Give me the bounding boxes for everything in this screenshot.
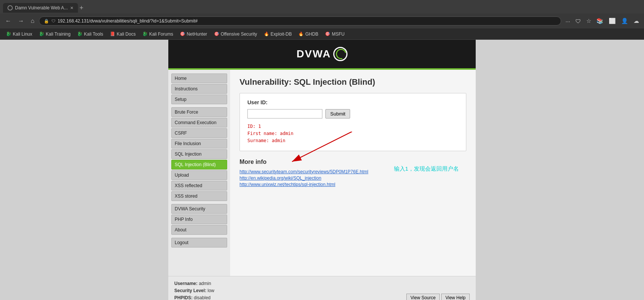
library-button[interactable]: 📚	[595, 16, 605, 26]
back-button[interactable]: ←	[3, 17, 13, 25]
exploit-db-icon: 🔥	[264, 32, 269, 36]
kali-forums-icon: 🐉	[142, 32, 148, 36]
submit-button[interactable]: Submit	[325, 109, 350, 118]
bookmark-kali-tools[interactable]: 🐉Kali Tools	[74, 31, 106, 38]
sidebar-item-logout[interactable]: Logout	[171, 238, 227, 248]
sidebar-item-xss-stored[interactable]: XSS stored	[171, 191, 227, 201]
home-button[interactable]: ⌂	[28, 17, 37, 25]
new-tab-button[interactable]: +	[79, 4, 84, 12]
sidebar-item-about[interactable]: About	[171, 225, 227, 235]
phpids-value: disabled	[194, 295, 211, 300]
tab-close-button[interactable]: ✕	[70, 6, 73, 10]
sidebar-group-settings: DVWA Security PHP Info About	[171, 204, 227, 235]
shield-icon: 🛡	[51, 19, 55, 23]
tab-view-button[interactable]: ⬜	[607, 16, 618, 26]
footer-security-level: Security Level: low	[174, 287, 214, 294]
bookmark-exploit-db[interactable]: 🔥Exploit-DB	[261, 31, 295, 38]
bookmark-kali-training[interactable]: 🐉Kali Training	[36, 31, 73, 38]
nav-right-buttons: ··· 🛡 ☆ 📚 ⬜ 👤 ☁	[563, 16, 641, 26]
sidebar-item-home[interactable]: Home	[171, 74, 227, 83]
more-info-title: More info	[240, 159, 466, 165]
dvwa-logo: DVWA	[297, 47, 347, 61]
bookmark-kali-linux[interactable]: 🐉Kali Linux	[3, 31, 35, 38]
nethunter-icon: 🎯	[180, 32, 185, 36]
sidebar-item-brute-force[interactable]: Brute Force	[171, 107, 227, 117]
sidebar-item-sql-injection[interactable]: SQL Injection	[171, 149, 227, 159]
main-content: Vulnerability: SQL Injection (Blind) Use…	[230, 70, 476, 276]
sidebar-item-xss-reflected[interactable]: XSS reflected	[171, 181, 227, 190]
security-level-value: low	[208, 288, 214, 293]
view-help-button[interactable]: View Help	[441, 294, 470, 300]
form-label: User ID:	[247, 99, 458, 105]
sidebar-item-upload[interactable]: Upload	[171, 170, 227, 180]
bookmark-msfu[interactable]: 🎯MSFU	[322, 31, 347, 38]
address-bar[interactable]: 🔒 🛡 192.168.42.131/dvwa/vulnerabilities/…	[39, 16, 562, 26]
forward-button[interactable]: →	[16, 17, 26, 25]
dvwa-container: DVWA Home Instructions Setup Brute Force…	[168, 40, 476, 300]
form-box: User ID: Submit ID: 1 First name: admin …	[240, 93, 466, 151]
shield-button[interactable]: 🛡	[574, 17, 583, 26]
footer-phpids: PHPIDS: disabled	[174, 294, 214, 300]
view-source-button[interactable]: View Source	[406, 294, 440, 300]
footer-info: Username: admin Security Level: low PHPI…	[174, 280, 214, 300]
tab-title: Damn Vulnerable Web A...	[15, 5, 68, 10]
sidebar-item-command-execution[interactable]: Command Execution	[171, 118, 227, 128]
sidebar-group-logout: Logout	[171, 238, 227, 248]
bookmark-kali-forums[interactable]: 🐉Kali Forums	[139, 31, 176, 38]
bookmark-kali-docs[interactable]: 📕Kali Docs	[107, 31, 139, 38]
kali-docs-icon: 📕	[110, 32, 115, 36]
offensive-security-icon: 🎯	[214, 32, 219, 36]
kali-tools-icon: 🐉	[77, 32, 82, 36]
security-level-label: Security Level:	[174, 288, 206, 293]
footer-buttons: View Source View Help	[406, 294, 470, 300]
phpids-label: PHPIDS:	[174, 295, 193, 300]
more-info-section: More info http://www.securityteam.com/se…	[240, 159, 466, 187]
bookmark-ghdb[interactable]: 🔥GHDB	[295, 31, 321, 38]
dvwa-logo-swirl	[333, 47, 347, 61]
result-line1: ID: 1	[247, 124, 261, 129]
links-and-annotation: http://www.securityteam.com/securityrevi…	[240, 169, 466, 187]
sidebar-item-file-inclusion[interactable]: File Inclusion	[171, 139, 227, 148]
msfu-icon: 🎯	[325, 32, 330, 36]
sidebar-item-setup[interactable]: Setup	[171, 94, 227, 104]
result-line3: Surname: admin	[247, 138, 285, 143]
dvwa-footer: Username: admin Security Level: low PHPI…	[168, 276, 476, 300]
sidebar-item-sql-injection-blind[interactable]: SQL Injection (Blind)	[171, 160, 227, 170]
browser-tab[interactable]: Damn Vulnerable Web A... ✕	[3, 3, 78, 13]
ghdb-icon: 🔥	[298, 32, 304, 36]
more-info-link-3[interactable]: http://www.unixwiz.net/techtips/sql-inje…	[240, 182, 466, 187]
bookmark-nethunter[interactable]: 🎯NetHunter	[177, 31, 210, 38]
bookmarks-bar: 🐉Kali Linux 🐉Kali Training 🐉Kali Tools 📕…	[0, 28, 644, 40]
user-id-input[interactable]	[247, 109, 322, 118]
star-button[interactable]: ☆	[584, 16, 593, 26]
page-title: Vulnerability: SQL Injection (Blind)	[240, 77, 466, 87]
sidebar: Home Instructions Setup Brute Force Comm…	[168, 70, 230, 276]
url-text: 192.168.42.131/dvwa/vulnerabilities/sqli…	[58, 18, 198, 24]
dvwa-logo-text: DVWA	[297, 48, 331, 60]
bookmark-offensive-security[interactable]: 🎯Offensive Security	[211, 31, 260, 38]
result-line2: First name: admin	[247, 131, 294, 136]
security-icon: 🔒	[44, 19, 49, 24]
menu-dots-button[interactable]: ···	[563, 17, 572, 26]
page-wrapper: DVWA Home Instructions Setup Brute Force…	[0, 40, 644, 300]
kali-linux-icon: 🐉	[6, 32, 11, 36]
dvwa-body: Home Instructions Setup Brute Force Comm…	[168, 70, 476, 276]
sidebar-item-php-info[interactable]: PHP Info	[171, 214, 227, 224]
username-label: Username:	[174, 281, 198, 286]
sidebar-item-dvwa-security[interactable]: DVWA Security	[171, 204, 227, 214]
nav-bar: ← → ⌂ 🔒 🛡 192.168.42.131/dvwa/vulnerabil…	[0, 14, 644, 28]
username-value: admin	[199, 281, 211, 286]
more-info-link-2[interactable]: http://en.wikipedia.org/wiki/SQL_injecti…	[240, 176, 466, 181]
form-row: Submit	[247, 109, 458, 118]
tab-favicon	[7, 5, 13, 10]
sidebar-group-main: Home Instructions Setup	[171, 74, 227, 104]
cloud-button[interactable]: ☁	[632, 16, 641, 26]
sidebar-item-instructions[interactable]: Instructions	[171, 84, 227, 94]
sidebar-group-vulns: Brute Force Command Execution CSRF File …	[171, 107, 227, 201]
result-text: ID: 1 First name: admin Surname: admin	[247, 123, 458, 145]
more-info-link-1[interactable]: http://www.securityteam.com/securityrevi…	[240, 169, 466, 174]
browser-chrome: Damn Vulnerable Web A... ✕ + ← → ⌂ 🔒 🛡 1…	[0, 0, 644, 40]
dvwa-header: DVWA	[168, 40, 476, 70]
sidebar-item-csrf[interactable]: CSRF	[171, 128, 227, 138]
profile-button[interactable]: 👤	[619, 16, 630, 26]
